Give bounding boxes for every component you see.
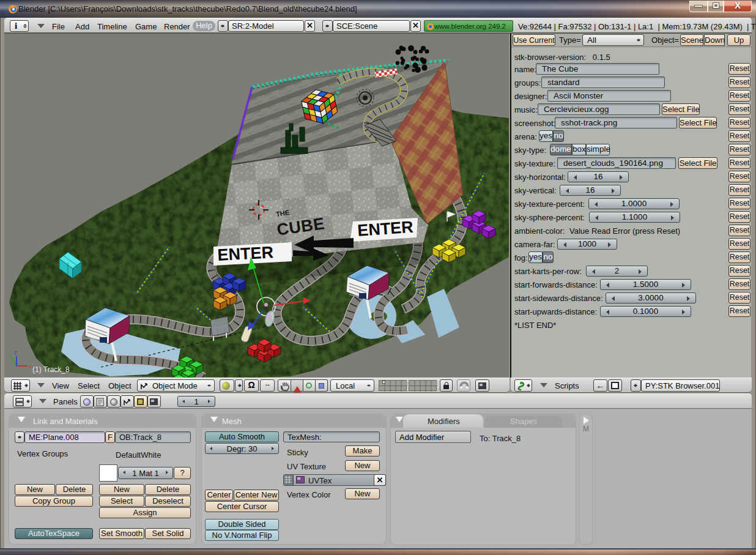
svg-text:x: x	[29, 363, 32, 370]
svg-text:(1) Track_8: (1) Track_8	[32, 365, 70, 374]
svg-text:ENTER: ENTER	[217, 243, 274, 264]
svg-text:ENTER: ENTER	[357, 218, 413, 240]
svg-text:y: y	[9, 352, 12, 358]
svg-text:z: z	[14, 349, 17, 356]
